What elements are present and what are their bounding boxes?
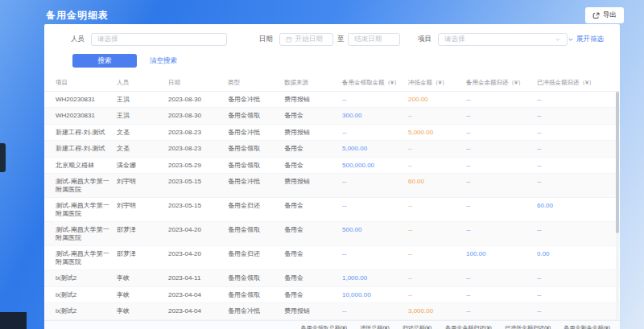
table-cell: 5,000.00 — [339, 141, 405, 157]
table-cell: -- — [463, 108, 534, 124]
table-cell: 文圣 — [114, 141, 165, 157]
summary-item-label: 已冲抵金额归还(¥) — [505, 324, 551, 329]
table-cell: -- — [534, 92, 617, 108]
table-cell: -- — [534, 141, 617, 157]
table-cell: -- — [405, 246, 463, 262]
table-cell: 费用报销 — [281, 174, 339, 190]
table-cell: 10,000.00 — [339, 287, 405, 303]
table-cell: 新建工程-刘-测试 — [52, 125, 114, 141]
date-end-input[interactable]: 结束日期 — [348, 33, 400, 46]
summary-item-label: 冲抵总额(¥) — [360, 324, 390, 329]
date-start-placeholder: 开始日期 — [295, 35, 323, 44]
table-cell: 备用金领取 — [225, 287, 281, 303]
table-cell: 2023-05-15 — [165, 174, 225, 190]
scrollbar-thumb[interactable] — [616, 92, 619, 233]
table-row: WH20230831王洪2023-08-30备用金冲抵费用报销--200.00-… — [44, 92, 620, 109]
table-cell: 费用报销 — [281, 92, 339, 108]
table-cell: -- — [463, 92, 534, 108]
table-cell: 备用金 — [281, 108, 339, 124]
column-header: 数据来源 — [281, 75, 339, 91]
date-range-separator: 至 — [337, 35, 345, 44]
column-header: 人员 — [114, 75, 165, 91]
summary-items: 备用金领取总额(¥)5,963,501.56冲抵总额(¥)43,601.00归还… — [301, 324, 610, 329]
table-row: 新建工程-刘-测试文圣2023-08-23备用金冲抵费用报销--5,000.00… — [44, 125, 620, 142]
table-cell: -- — [534, 222, 617, 238]
table-cell: 60.00 — [534, 198, 617, 214]
table-cell: 100.00 — [463, 246, 534, 262]
summary-item: 备用金余额归还(¥)170,881.00 — [445, 324, 492, 329]
table-cell: -- — [463, 222, 534, 238]
export-icon — [592, 12, 600, 19]
table-cell: -- — [405, 222, 463, 238]
chevron-down-icon — [555, 36, 561, 43]
table-cell: 备用金领取 — [225, 108, 281, 124]
table-row: 测试-南昌大学第一附属医院邵梦泽2023-04-20备用金领取备用金500.00… — [44, 222, 620, 246]
table-cell: 0.00 — [534, 246, 617, 262]
table-cell: 60.00 — [405, 174, 463, 190]
table-cell: -- — [339, 92, 405, 108]
summary-item-label: 归还总额(¥) — [402, 324, 433, 329]
table-cell: 备用金冲抵 — [225, 92, 281, 108]
table-cell: -- — [339, 198, 405, 214]
table-cell: 备用金 — [281, 222, 339, 238]
table-cell: 2023-04-04 — [165, 287, 225, 303]
column-header: 备用金领取金额（¥） — [339, 75, 405, 91]
table-body: WH20230831王洪2023-08-30备用金冲抵费用报销--200.00-… — [44, 92, 620, 320]
table-row: lx测试2李峡2023-04-04备用金领取备用金10,000.00------ — [44, 287, 620, 304]
table-cell: WH20230831 — [52, 108, 114, 124]
project-select-placeholder: 请选择 — [444, 35, 465, 44]
person-filter-label: 人员 — [71, 35, 85, 44]
table-row: lx测试2李峡2023-04-04备用金冲抵费用报销--3,000.00---- — [44, 303, 620, 320]
table-cell: 费用报销 — [281, 303, 339, 319]
filter-actions: 搜索 清空搜索 — [44, 46, 620, 75]
table-cell: 5,000.00 — [405, 125, 463, 141]
table-cell: 500,000.00 — [339, 158, 405, 174]
table-cell: 备用金冲抵 — [225, 303, 281, 319]
table-scrollbar[interactable] — [616, 92, 619, 320]
table-cell: 备用金 — [281, 246, 339, 262]
table-cell: -- — [463, 141, 534, 157]
project-select-input[interactable]: 请选择 — [438, 33, 568, 46]
column-header: 日期 — [165, 75, 225, 91]
table-row: WH20230831王洪2023-08-30备用金领取备用金300.00----… — [44, 108, 620, 125]
person-select-input[interactable]: 请选择 — [91, 33, 227, 46]
table-cell: lx测试2 — [52, 270, 114, 286]
table-cell: 2023-08-30 — [165, 108, 225, 124]
table-cell: 备用金领取 — [225, 158, 281, 174]
table-cell: -- — [463, 287, 534, 303]
summary-item: 备用金剩余金额(¥)5,749,019.56 — [564, 324, 610, 329]
table-cell: 备用金 — [281, 198, 339, 214]
table-cell: -- — [534, 125, 617, 141]
table-cell: 邵梦泽 — [114, 222, 165, 238]
side-drawer-handle[interactable] — [0, 143, 6, 172]
table-cell: 备用金领取 — [225, 270, 281, 286]
summary-item: 归还总额(¥)170,941.00 — [402, 324, 433, 329]
expand-filter-label: 展开筛选 — [576, 35, 604, 44]
table-cell: 备用金 — [281, 158, 339, 174]
date-start-input[interactable]: 开始日期 — [279, 33, 333, 46]
column-header: 备用金余额归还（¥） — [463, 75, 534, 91]
export-button[interactable]: 导出 — [585, 7, 624, 23]
table-cell: 备用金归还 — [225, 198, 281, 214]
table-cell: -- — [534, 270, 617, 286]
table-cell: 备用金冲抵 — [225, 174, 281, 190]
summary-item: 已冲抵金额归还(¥)60.00 — [505, 324, 551, 329]
table-cell: -- — [463, 174, 534, 190]
search-button[interactable]: 搜索 — [72, 54, 137, 68]
table-cell: 500.00 — [339, 222, 405, 238]
table-cell: 王洪 — [114, 108, 165, 124]
table-cell: -- — [463, 303, 534, 319]
table-cell: 邵梦泽 — [114, 246, 165, 262]
table-cell: 李峡 — [114, 270, 165, 286]
table-header-row: 项目人员日期类型数据来源备用金领取金额（¥）冲抵金额（¥）备用金余额归还（¥）已… — [44, 75, 620, 92]
table-cell: 文圣 — [114, 125, 165, 141]
person-select-placeholder: 请选择 — [97, 35, 118, 44]
table-cell: lx测试2 — [52, 303, 114, 319]
clear-search-link[interactable]: 清空搜索 — [150, 56, 177, 66]
table-cell: -- — [534, 287, 617, 303]
table-cell: 300.00 — [339, 108, 405, 124]
table-cell: 3,000.00 — [405, 303, 463, 319]
table-cell: -- — [405, 198, 463, 214]
expand-filter-link[interactable]: 展开筛选 — [568, 35, 604, 44]
table-cell: 200.00 — [405, 92, 463, 108]
